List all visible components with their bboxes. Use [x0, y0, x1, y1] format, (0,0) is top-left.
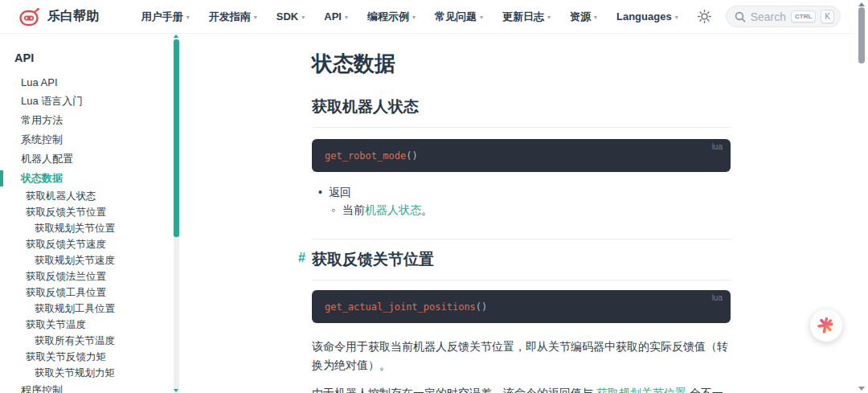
- list-item: 返回 当前机器人状态。: [329, 185, 731, 217]
- nav-item-label: 开发指南: [209, 10, 251, 24]
- section-get-robot-mode: 获取机器人状态 lua get_robot_mode() 返回 当前机器人状态。: [312, 96, 731, 217]
- paragraph-text: 由于机器人控制存在一定的时空误差，该命令的返回值与: [312, 387, 596, 393]
- sidebar-item-6[interactable]: 获取机器人状态: [0, 188, 185, 204]
- search-icon: [735, 11, 746, 23]
- nav-item-0[interactable]: 用户手册▾: [141, 10, 190, 24]
- chevron-down-icon: ▾: [186, 14, 190, 21]
- sidebar-item-15[interactable]: 获取所有关节温度: [0, 333, 185, 349]
- code-block: lua get_robot_mode(): [312, 139, 731, 172]
- main-content: 状态数据 获取机器人状态 lua get_robot_mode() 返回 当前机…: [312, 34, 731, 393]
- sidebar-item-16[interactable]: 获取关节反馈力矩: [0, 349, 185, 365]
- sidebar-section-title: API: [0, 45, 185, 72]
- sun-icon: [698, 10, 711, 23]
- paragraph: 该命令用于获取当前机器人反馈关节位置，即从关节编码器中获取的实际反馈值（转换为绝…: [312, 338, 731, 374]
- chevron-down-icon: ▾: [345, 14, 348, 21]
- sidebar-item-18[interactable]: 程序控制: [0, 381, 185, 393]
- sidebar-item-1[interactable]: Lua 语言入门: [0, 92, 185, 111]
- returns-list: 返回 当前机器人状态。: [312, 185, 731, 217]
- return-text: 。: [421, 203, 432, 216]
- ai-assistant-button[interactable]: [810, 309, 842, 342]
- brand-title: 乐白帮助: [47, 8, 99, 25]
- nav-item-6[interactable]: 更新日志▾: [502, 10, 551, 24]
- code-block: lua get_actual_joint_positions(): [312, 290, 731, 323]
- returns-label: 返回: [329, 186, 351, 199]
- sidebar-items: Lua APILua 语言入门常用方法系统控制机器人配置状态数据获取机器人状态获…: [0, 72, 185, 393]
- theme-toggle[interactable]: [698, 10, 711, 23]
- chevron-down-icon: ▾: [412, 14, 416, 21]
- nav-item-3[interactable]: API▾: [324, 10, 348, 23]
- scroll-up-arrow-icon[interactable]: [858, 2, 865, 6]
- scroll-down-arrow-icon[interactable]: [858, 387, 865, 391]
- section-heading: 获取机器人状态: [312, 96, 731, 128]
- sidebar-item-2[interactable]: 常用方法: [0, 111, 185, 130]
- sidebar: API Lua APILua 语言入门常用方法系统控制机器人配置状态数据获取机器…: [0, 34, 185, 393]
- sidebar-item-8[interactable]: 获取规划关节位置: [0, 220, 185, 236]
- nav-item-label: 更新日志: [502, 10, 544, 24]
- nav-item-label: API: [324, 10, 342, 23]
- chevron-down-icon: ▾: [254, 14, 257, 21]
- sidebar-item-4[interactable]: 机器人配置: [0, 149, 185, 169]
- asterisk-icon: [817, 316, 836, 335]
- chevron-down-icon: ▾: [480, 14, 483, 21]
- planned-joint-positions-link[interactable]: 获取规划关节位置: [596, 387, 686, 393]
- page-title: 状态数据: [312, 50, 731, 78]
- code-args: (): [406, 150, 417, 162]
- sidebar-item-7[interactable]: 获取反馈关节位置: [0, 204, 185, 220]
- sidebar-list: API Lua APILua 语言入门常用方法系统控制机器人配置状态数据获取机器…: [0, 34, 185, 393]
- nav-item-label: 编程示例: [367, 10, 409, 24]
- sidebar-item-3[interactable]: 系统控制: [0, 130, 185, 149]
- page-scrollbar[interactable]: [854, 0, 868, 393]
- nav-item-label: 资源: [570, 10, 591, 24]
- heading-anchor-link[interactable]: #: [298, 251, 305, 265]
- key-badge-k: K: [821, 10, 834, 23]
- list-item: 当前机器人状态。: [342, 203, 731, 217]
- code-lang-badge: lua: [712, 293, 723, 302]
- return-text: 当前: [342, 203, 365, 216]
- key-badge-ctrl: CTRL: [791, 10, 816, 23]
- search-input[interactable]: Search CTRL K: [726, 6, 841, 27]
- nav-item-2[interactable]: SDK▾: [276, 10, 305, 23]
- scroll-down-arrow-icon[interactable]: [174, 389, 178, 392]
- code-args: (): [476, 301, 487, 313]
- chevron-down-icon: ▾: [675, 14, 678, 21]
- nav-item-5[interactable]: 常见问题▾: [435, 10, 483, 24]
- sidebar-item-13[interactable]: 获取规划工具位置: [0, 301, 185, 317]
- sidebar-item-14[interactable]: 获取关节温度: [0, 317, 185, 333]
- robot-state-link[interactable]: 机器人状态: [365, 203, 421, 216]
- code-function-name: get_actual_joint_positions: [325, 301, 476, 313]
- sidebar-item-12[interactable]: 获取反馈工具位置: [0, 285, 185, 301]
- page-scroll-thumb[interactable]: [858, 7, 865, 63]
- navbar: 乐白帮助 用户手册▾开发指南▾SDK▾API▾编程示例▾常见问题▾更新日志▾资源…: [0, 0, 854, 34]
- nav-item-7[interactable]: 资源▾: [570, 10, 597, 24]
- sidebar-item-0[interactable]: Lua API: [0, 72, 185, 92]
- sidebar-item-10[interactable]: 获取规划关节速度: [0, 252, 185, 268]
- sidebar-item-5[interactable]: 状态数据: [0, 169, 185, 188]
- nav-item-label: Languages: [616, 10, 672, 23]
- chevron-down-icon: ▾: [594, 14, 597, 21]
- nav-item-label: SDK: [276, 10, 298, 23]
- sidebar-item-9[interactable]: 获取反馈关节速度: [0, 236, 185, 252]
- section-get-actual-joint-positions: # 获取反馈关节位置 lua get_actual_joint_position…: [312, 249, 731, 393]
- sidebar-item-17[interactable]: 获取关节规划力矩: [0, 365, 185, 381]
- nav-item-1[interactable]: 开发指南▾: [209, 10, 257, 24]
- sidebar-scrollbar[interactable]: [174, 34, 179, 393]
- robot-icon: [19, 7, 40, 27]
- section-heading: # 获取反馈关节位置: [312, 249, 731, 280]
- scroll-up-arrow-icon[interactable]: [174, 35, 178, 38]
- code-line: get_actual_joint_positions(): [325, 301, 718, 313]
- search-placeholder: Search: [751, 10, 786, 23]
- nav-item-8[interactable]: Languages▾: [616, 10, 678, 23]
- chevron-down-icon: ▾: [547, 14, 551, 21]
- code-function-name: get_robot_mode: [325, 150, 406, 162]
- sidebar-scroll-thumb[interactable]: [174, 39, 179, 237]
- code-line: get_robot_mode(): [325, 150, 718, 162]
- section-divider: [312, 239, 731, 239]
- sidebar-item-11[interactable]: 获取反馈法兰位置: [0, 268, 185, 285]
- nav-item-label: 用户手册: [141, 10, 183, 24]
- brand[interactable]: 乐白帮助: [19, 7, 99, 27]
- section-heading-text: 获取机器人状态: [312, 98, 419, 115]
- nav-item-4[interactable]: 编程示例▾: [367, 10, 416, 24]
- paragraph: 由于机器人控制存在一定的时空误差，该命令的返回值与 获取规划关节位置 会不一致，…: [312, 384, 731, 393]
- chevron-down-icon: ▾: [301, 14, 305, 21]
- section-heading-text: 获取反馈关节位置: [312, 251, 434, 268]
